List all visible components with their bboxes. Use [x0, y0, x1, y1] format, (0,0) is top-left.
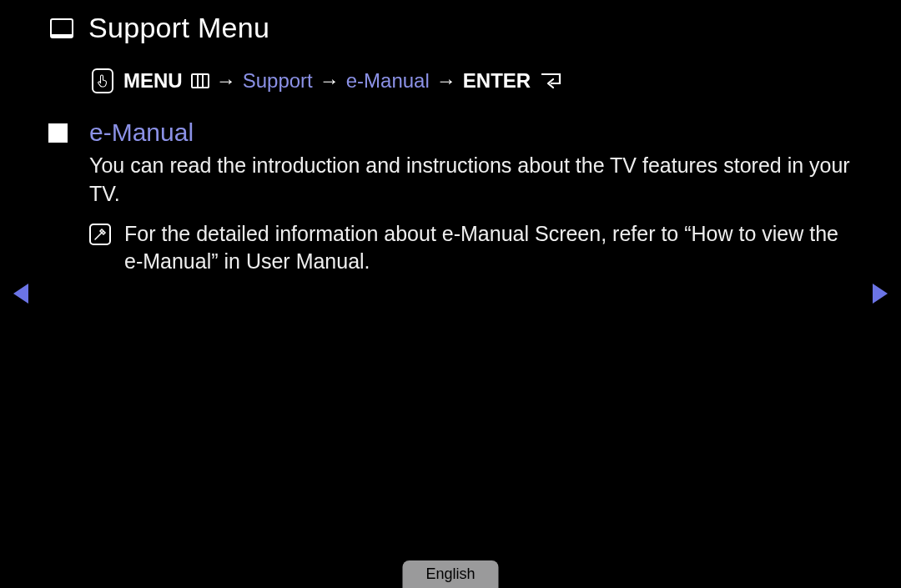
note-text: For the detailed information about e-Man… [124, 220, 861, 277]
breadcrumb-enter: ENTER [463, 69, 531, 93]
language-tab[interactable]: English [402, 560, 498, 588]
book-icon [50, 18, 73, 38]
note-row: For the detailed information about e-Man… [89, 220, 861, 277]
section-body: You can read the introduction and instru… [89, 152, 857, 209]
section-title: e-Manual [89, 118, 194, 147]
menu-grid-icon [191, 73, 209, 88]
breadcrumb-support: Support [243, 69, 313, 93]
arrow-icon: → [436, 69, 456, 93]
nav-next-button[interactable] [873, 284, 888, 304]
arrow-icon: → [320, 69, 340, 93]
section-head: e-Manual [48, 118, 861, 147]
page-title: Support Menu [88, 12, 269, 44]
breadcrumb-menu: MENU [123, 69, 183, 93]
section: e-Manual You can read the introduction a… [48, 118, 861, 276]
title-row: Support Menu [50, 12, 269, 44]
square-bullet-icon [48, 123, 68, 143]
arrow-icon: → [216, 69, 236, 93]
breadcrumb: MENU → Support → e-Manual → ENTER [92, 68, 571, 93]
nav-prev-button[interactable] [13, 284, 28, 304]
note-icon [89, 224, 111, 245]
enter-icon [541, 72, 564, 90]
touch-icon [92, 68, 113, 93]
breadcrumb-emanual: e-Manual [346, 69, 430, 93]
